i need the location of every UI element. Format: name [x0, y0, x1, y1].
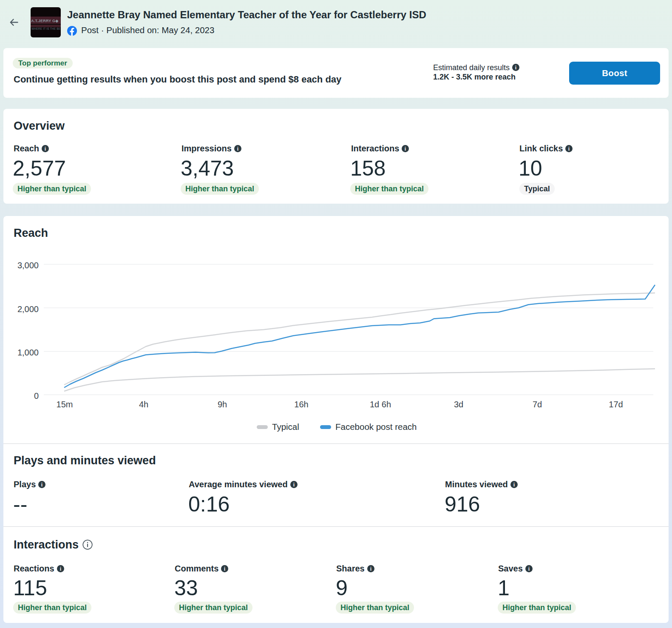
svg-text:1d 6h: 1d 6h: [370, 400, 391, 409]
svg-text:15m: 15m: [57, 400, 73, 409]
svg-text:3d: 3d: [454, 400, 463, 409]
svg-text:9h: 9h: [218, 400, 227, 409]
svg-text:17d: 17d: [609, 400, 623, 409]
svg-text:0: 0: [34, 391, 39, 401]
svg-text:2,000: 2,000: [17, 304, 39, 314]
svg-text:3,000: 3,000: [17, 261, 39, 270]
svg-text:7d: 7d: [533, 400, 542, 409]
svg-text:16h: 16h: [294, 400, 308, 409]
svg-text:1,000: 1,000: [17, 348, 39, 357]
svg-text:4h: 4h: [139, 400, 148, 409]
